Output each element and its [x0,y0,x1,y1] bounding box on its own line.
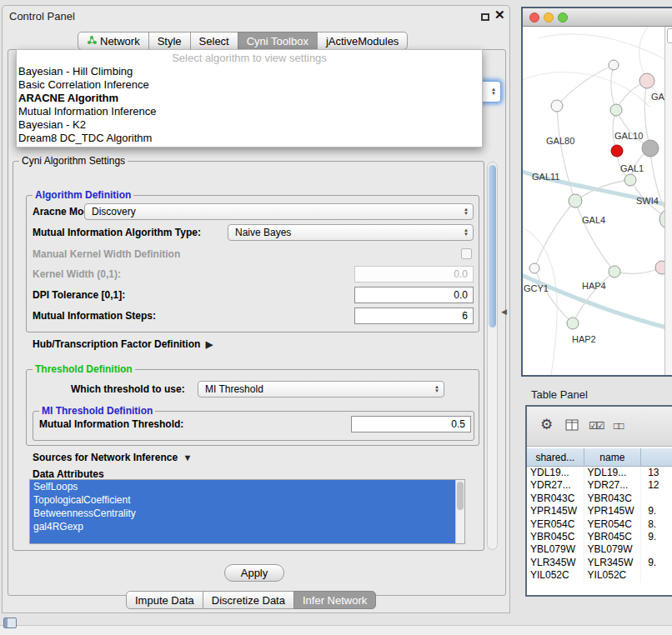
table-row[interactable]: YIL052CYIL052C [527,569,672,582]
algorithm-option[interactable]: Mutual Information Inference [17,105,482,118]
tab-select[interactable]: Select [190,32,238,50]
column-header-extra[interactable] [641,448,672,467]
expand-right-icon: ▶ [203,339,213,349]
float-window-button[interactable] [481,13,489,21]
table-cell: YER054C [527,518,584,531]
table-cell: YDL19... [584,467,642,479]
panel-dock-icon[interactable] [3,618,17,628]
attribute-item-partial[interactable] [30,533,455,544]
tab-cyni-toolbox[interactable]: Cyni Toolbox [238,32,318,50]
select-all-icon[interactable]: ☑☑ [589,420,604,432]
combo-arrows-icon: ▲▼ [491,88,496,96]
deselect-all-icon[interactable]: □□ [614,420,623,432]
mi-steps-label: Mutual Information Steps: [33,308,156,324]
table-header: shared... name [527,448,672,467]
manual-kernel-checkbox[interactable] [461,248,472,259]
manual-kernel-label: Manual Kernel Width Definition [33,246,180,262]
table-cell: YPR145W [584,505,642,518]
algorithm-option[interactable]: Basic Correlation Inference [17,78,482,92]
table-row[interactable]: YPR145WYPR145W9. [527,505,672,518]
tab-style[interactable]: Style [148,32,191,50]
close-window-button[interactable]: ✕ [494,8,505,22]
network-node[interactable] [624,174,636,186]
table-cell: YPR145W [527,505,584,518]
network-window-titlebar[interactable] [523,8,672,27]
mi-steps-input[interactable] [354,308,474,324]
dpi-tolerance-label: DPI Tolerance [0,1]: [33,287,125,303]
tab-network[interactable]: Network [78,32,149,50]
dpi-tolerance-input[interactable] [354,287,474,303]
mi-algorithm-type-select[interactable]: Naive Bayes ▲▼ [228,224,474,241]
network-canvas[interactable]: GAL7GAL80GAL10GAL11GAL1SWI4GAL4GCY1HAP4Y… [523,27,672,375]
network-node[interactable] [569,194,582,208]
table-cell: YLR345W [527,557,584,569]
combo-arrows-icon: ▲▼ [434,385,439,393]
algorithm-option[interactable]: Bayesian - Hill Climbing [17,65,482,78]
attribute-list-scrollbar[interactable] [455,480,464,543]
attribute-item[interactable]: gal4RGexp [30,520,455,533]
table-panel-title: Table Panel [531,388,588,401]
algorithm-option[interactable]: Dream8 DC_TDC Algorithm [17,132,482,145]
attribute-list-scroll-thumb[interactable] [457,482,464,510]
table-cell: 12 [641,479,672,492]
network-node[interactable] [567,318,579,329]
column-header-shared-name[interactable]: shared... [527,448,584,467]
gear-icon[interactable]: ⚙ [540,417,553,433]
table-row[interactable]: YBR043CYBR043C [527,492,672,505]
collapse-down-icon: ▼ [180,452,192,462]
network-node[interactable] [610,104,622,116]
minimize-traffic-light[interactable] [544,12,554,22]
table-row[interactable]: YBL079WYBL079W [527,543,672,556]
table-cell: 9. [641,505,672,518]
network-node[interactable] [529,263,539,273]
bottom-tab-infer-network[interactable]: Infer Network [293,591,376,609]
network-scroll-thumb[interactable] [667,28,672,43]
network-node[interactable] [639,73,654,88]
table-cell: YIL052C [584,569,642,582]
columns-icon[interactable] [565,418,579,436]
network-node[interactable] [642,140,659,157]
network-node-label: GAL4 [582,215,605,225]
attribute-item[interactable]: BetweennessCentrality [30,507,455,520]
network-node[interactable] [611,145,623,157]
tab-jactivemodules[interactable]: jActiveModules [317,32,408,50]
table-cell: YBR043C [584,492,642,505]
table-cell: 9. [641,557,672,569]
close-traffic-light[interactable] [529,12,539,22]
network-edge [523,72,649,107]
mi-threshold-input[interactable] [351,416,471,432]
kernel-width-input[interactable] [354,266,474,282]
attribute-item[interactable]: TopologicalCoefficient [30,493,455,507]
aracne-mode-select[interactable]: Discovery ▲▼ [84,203,474,220]
which-threshold-select[interactable]: MI Threshold ▲▼ [198,381,444,398]
bottom-tab-discretize-data[interactable]: Discretize Data [203,591,294,609]
table-row[interactable]: YLR345WYLR345W9. [527,557,672,569]
bottom-tab-impute-data[interactable]: Impute Data [126,591,203,609]
network-node[interactable] [551,100,563,112]
network-edge [644,81,650,148]
algorithm-option[interactable]: Bayesian - K2 [17,118,482,132]
table-cell [641,543,672,556]
algorithm-option[interactable]: ARACNE Algorithm [17,92,482,105]
apply-button[interactable]: Apply [224,564,284,582]
settings-scrollbar[interactable] [487,162,498,550]
splitter-collapse-icon[interactable]: ◀ [501,308,507,316]
data-attributes-list: SelfLoopsTopologicalCoefficientBetweenne… [29,479,465,544]
table-row[interactable]: YER054CYER054C8. [527,518,672,531]
table-row[interactable]: YBR045CYBR045C9. [527,531,672,543]
network-node-label: HAP2 [572,334,596,344]
column-header-name[interactable]: name [584,448,642,467]
table-cell: YDL19... [527,467,584,479]
network-node[interactable] [609,266,620,278]
network-node[interactable] [609,60,619,70]
control-panel-window: Control Panel ✕ Network Style Select Cyn… [2,5,510,613]
hub-definition-toggle[interactable]: Hub/Transcription Factor Definition ▶ [33,336,213,352]
attribute-item[interactable]: SelfLoops [30,480,455,493]
table-row[interactable]: YDL19...YDL19...13 [527,467,672,479]
zoom-traffic-light[interactable] [558,12,568,22]
settings-scroll-thumb[interactable] [489,165,496,328]
sources-toggle[interactable]: Sources for Network Inference ▼ [33,449,192,466]
table-row[interactable]: YDR27...YDR27...12 [527,479,672,492]
network-node-label: GAL1 [620,163,644,173]
network-scrollbar[interactable] [664,27,672,375]
